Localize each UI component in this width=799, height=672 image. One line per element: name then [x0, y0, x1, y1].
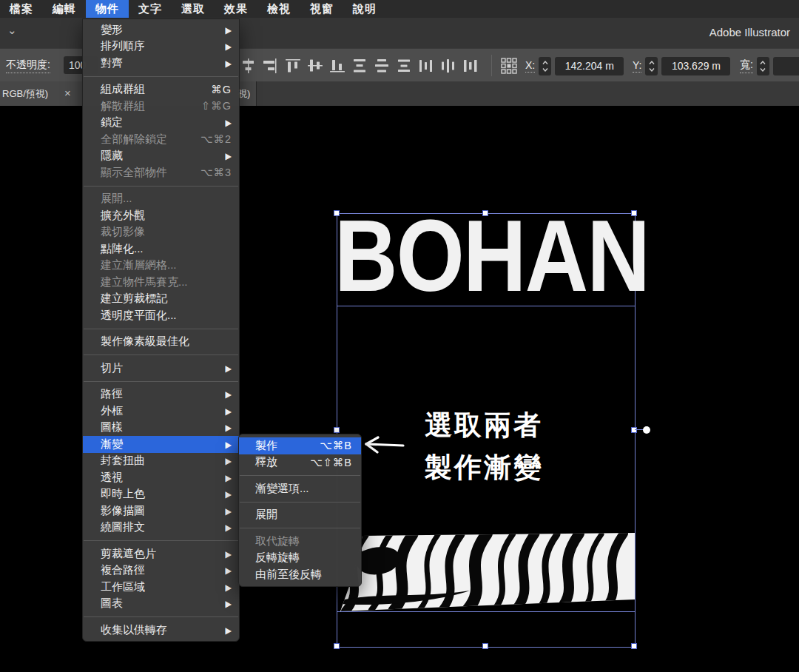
menu-item[interactable]: 排列順序▶ [83, 38, 239, 56]
selection-handle[interactable] [631, 643, 637, 649]
menu-item[interactable]: 展開 [239, 507, 361, 524]
x-input[interactable]: 142.204 m [555, 57, 624, 75]
menu-item[interactable]: 隱藏▶ [83, 148, 239, 165]
horizontal-align-right-icon[interactable] [263, 58, 279, 74]
menu-item-label: 漸變選項... [255, 482, 309, 496]
horizontal-distribute-left-icon[interactable] [418, 58, 434, 74]
width-input[interactable]: 80.6 [773, 57, 799, 75]
horizontal-distribute-center-icon[interactable] [440, 58, 456, 74]
selection-handle[interactable] [334, 427, 340, 433]
selection-handle[interactable] [631, 210, 637, 216]
width-field-group: 寬: 80.6 [740, 56, 799, 75]
menu-item: 裁切影像 [83, 224, 239, 241]
menu-item-label: 建立物件馬賽克... [101, 275, 188, 289]
menubar-item[interactable]: 編輯 [43, 0, 86, 18]
chevron-down-icon[interactable]: ⌄ [7, 24, 17, 37]
menu-item[interactable]: 複合路徑▶ [83, 562, 239, 579]
menu-item[interactable]: 剪裁遮色片▶ [83, 545, 239, 562]
menubar-item[interactable]: 檔案 [0, 0, 43, 18]
submenu-arrow-icon: ▶ [226, 456, 232, 466]
submenu-arrow-icon: ▶ [226, 549, 232, 559]
menu-item-label: 展開... [101, 192, 132, 206]
selection-handle[interactable] [482, 210, 488, 216]
menu-item-label: 變形 [101, 23, 123, 37]
menu-item[interactable]: 繞圖排文▶ [83, 520, 239, 537]
menu-item[interactable]: 製作⌥⌘B [239, 437, 361, 454]
menubar-item[interactable]: 檢視 [257, 0, 300, 18]
menu-item-label: 繞圖排文 [101, 520, 145, 534]
menu-item[interactable]: 漸變選項... [239, 480, 361, 497]
menu-item[interactable]: 透視▶ [83, 469, 239, 486]
menu-item-label: 圖表 [101, 597, 123, 611]
selection-widget-handle[interactable] [643, 426, 650, 434]
selection-handle[interactable] [334, 643, 340, 649]
y-input[interactable]: 103.629 m [661, 57, 730, 75]
blend-submenu: 製作⌥⌘B釋放⌥⇧⌘B漸變選項...展開取代旋轉反轉旋轉由前至後反轉 [238, 434, 362, 587]
menu-item[interactable]: 封套扭曲▶ [83, 453, 239, 470]
menu-item[interactable]: 工作區域▶ [83, 579, 239, 596]
menu-item[interactable]: 反轉旋轉 [239, 550, 361, 567]
menu-item[interactable]: 變形▶ [83, 21, 239, 38]
selection-handle[interactable] [482, 643, 488, 649]
menu-item-label: 封套扭曲 [101, 454, 145, 468]
vertical-distribute-top-icon[interactable] [351, 58, 368, 74]
selection-handle[interactable] [631, 427, 637, 433]
vertical-align-center-icon[interactable] [307, 58, 323, 74]
menu-item[interactable]: 由前至後反轉 [239, 566, 361, 583]
submenu-arrow-icon: ▶ [226, 151, 232, 161]
width-label[interactable]: 寬: [740, 58, 753, 73]
menu-item[interactable]: 圖樣▶ [83, 420, 239, 437]
menubar-item[interactable]: 效果 [215, 0, 257, 18]
horizontal-distribute-right-icon[interactable] [462, 58, 479, 74]
selection-handle[interactable] [334, 210, 340, 216]
menu-item[interactable]: 外框▶ [83, 403, 239, 420]
close-tab-icon[interactable]: × [64, 87, 71, 99]
reference-point-icon[interactable] [500, 57, 518, 75]
horizontal-align-center-icon[interactable] [240, 58, 257, 74]
menu-item: 全部解除鎖定⌥⌘2 [83, 131, 239, 148]
y-stepper[interactable] [645, 57, 658, 75]
y-label[interactable]: Y: [633, 59, 641, 73]
x-stepper[interactable] [539, 57, 551, 75]
menu-item-shortcut: ⌥⇧⌘B [310, 457, 352, 468]
opacity-label[interactable]: 不透明度: [6, 58, 50, 73]
menu-item-label: 擴充外觀 [101, 209, 145, 223]
menu-item: 展開... [83, 191, 239, 208]
menu-item[interactable]: 圖表▶ [83, 596, 239, 613]
vertical-distribute-center-icon[interactable] [374, 58, 390, 74]
menu-item[interactable]: 點陣化... [83, 241, 239, 258]
vertical-align-top-icon[interactable] [285, 58, 301, 74]
menu-item[interactable]: 收集以供轉存▶ [83, 622, 239, 639]
menubar: 檔案編輯物件文字選取效果檢視視窗說明 [0, 0, 799, 18]
width-stepper[interactable] [757, 57, 769, 75]
vertical-align-bottom-icon[interactable] [329, 58, 345, 74]
menu-item[interactable]: 擴充外觀 [83, 207, 239, 224]
menu-item-label: 路徑 [101, 387, 123, 401]
menu-item[interactable]: 路徑▶ [83, 386, 239, 403]
menu-item[interactable]: 鎖定▶ [83, 115, 239, 132]
blended-wave-graphic[interactable] [337, 530, 635, 613]
vertical-distribute-bottom-icon[interactable] [396, 58, 412, 74]
menu-item[interactable]: 漸變▶ [83, 436, 239, 453]
menu-item[interactable]: 製作像素級最佳化 [83, 334, 239, 351]
document-tab-1[interactable]: RGB/預視) [2, 87, 48, 101]
menubar-item[interactable]: 文字 [129, 0, 172, 18]
submenu-arrow-icon: ▶ [226, 489, 232, 499]
menubar-item[interactable]: 選取 [172, 0, 215, 18]
menu-item[interactable]: 對齊▶ [83, 55, 239, 72]
menu-item-label: 點陣化... [101, 242, 144, 256]
menu-item[interactable]: 影像描圖▶ [83, 503, 239, 520]
menubar-item[interactable]: 說明 [343, 0, 386, 18]
menu-item[interactable]: 建立剪裁標記 [83, 291, 239, 308]
submenu-arrow-icon: ▶ [226, 625, 232, 635]
menu-item[interactable]: 透明度平面化... [83, 307, 239, 324]
bohan-text[interactable]: BOHAN [334, 206, 649, 307]
menubar-item[interactable]: 視窗 [300, 0, 343, 18]
menu-item[interactable]: 釋放⌥⇧⌘B [239, 454, 361, 471]
align-icons-group [240, 49, 479, 82]
x-label[interactable]: X: [525, 59, 535, 73]
menubar-item[interactable]: 物件 [86, 0, 129, 18]
menu-item[interactable]: 組成群組⌘G [83, 81, 239, 98]
menu-item[interactable]: 切片▶ [83, 360, 239, 377]
menu-item[interactable]: 即時上色▶ [83, 486, 239, 503]
